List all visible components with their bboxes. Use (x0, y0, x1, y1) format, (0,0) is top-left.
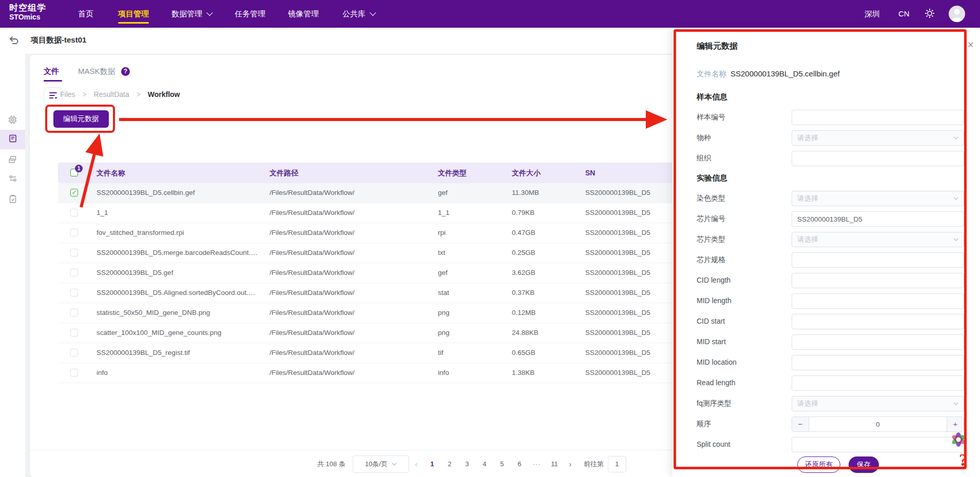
file-size-cell: 0.65GB (512, 343, 568, 363)
next-page-button[interactable]: › (563, 460, 578, 468)
text-input[interactable] (792, 110, 964, 125)
left-sidebar (0, 54, 25, 477)
nav-item-project-management[interactable]: 项目管理 (118, 0, 149, 28)
breadcrumb-separator: > (82, 90, 86, 98)
settings-gear-icon[interactable] (924, 8, 935, 20)
goto-page-input[interactable]: 1 (608, 456, 626, 472)
text-input[interactable]: SS200000139BL_D5 (792, 211, 964, 227)
page-number[interactable]: 5 (495, 456, 509, 472)
file-type-cell: png (438, 303, 489, 323)
select-input[interactable]: 请选择 (792, 396, 964, 411)
language-switcher[interactable]: CN (898, 0, 910, 28)
column-header-file-size: 文件大小 (512, 163, 568, 183)
page-number[interactable]: 4 (478, 456, 491, 472)
sidebar-item-settings-list[interactable] (0, 170, 25, 189)
file-path-cell: /Files/ResultData/Workflow/ (270, 343, 403, 363)
stepper-increase-button[interactable]: + (947, 417, 964, 431)
nav-item-data-management[interactable]: 数据管理 (171, 0, 210, 28)
help-icon[interactable]: ? (121, 67, 130, 76)
file-name-label: 文件名称 (697, 70, 726, 78)
row-checkbox[interactable] (70, 249, 78, 256)
text-input[interactable] (792, 293, 964, 309)
select-input[interactable]: 请选择 (792, 232, 964, 247)
page-number[interactable]: 11 (548, 456, 561, 472)
sidebar-item-analysis[interactable] (0, 111, 25, 130)
tab-files[interactable]: 文件 (44, 67, 59, 76)
select-input[interactable]: 请选择 (792, 191, 964, 206)
tab-mask-data[interactable]: MASK数据 (78, 67, 116, 76)
field-label: 样本编号 (697, 113, 725, 122)
nav-item-image-management[interactable]: 镜像管理 (288, 0, 319, 28)
nav-item-task-management[interactable]: 任务管理 (235, 0, 265, 28)
stomics-logo[interactable]: 时空组学 STOmics (9, 4, 46, 21)
stepper-decrease-button[interactable]: − (792, 417, 809, 431)
breadcrumb-resultdata[interactable]: ResultData (94, 90, 129, 98)
row-checkbox[interactable] (70, 309, 78, 316)
panel-footer: 还原所有 保存 (797, 456, 879, 473)
row-checkbox[interactable] (70, 349, 78, 356)
text-input[interactable] (792, 314, 964, 329)
form-field-row: Split count (697, 437, 980, 452)
column-header-file-type: 文件类型 (438, 163, 489, 183)
file-size-cell: 0.47GB (512, 223, 568, 243)
sidebar-item-datasets[interactable] (0, 151, 25, 170)
row-checkbox[interactable] (70, 269, 78, 276)
page-title: 项目数据-test01 (31, 35, 86, 45)
user-avatar[interactable] (949, 6, 965, 22)
file-name-cell: SS200000139BL_D5.merge.barcodeReadsCount… (97, 243, 266, 263)
text-input[interactable] (792, 437, 964, 452)
reset-all-button[interactable]: 还原所有 (797, 456, 840, 473)
page-number[interactable]: 3 (460, 456, 474, 472)
text-input[interactable] (792, 375, 964, 391)
breadcrumb: Files > ResultData > Workflow (60, 90, 180, 98)
row-checkbox[interactable]: ✓ (70, 189, 78, 196)
row-checkbox[interactable] (70, 329, 78, 336)
text-input[interactable] (792, 252, 964, 268)
region-selector[interactable]: 深圳 (864, 0, 880, 28)
prev-page-button[interactable]: ‹ (409, 460, 424, 468)
sidebar-item-project-data[interactable] (0, 130, 25, 149)
page-number[interactable]: 6 (513, 456, 526, 472)
text-input[interactable] (792, 355, 964, 370)
select-input[interactable]: 请选择 (792, 130, 964, 146)
back-icon[interactable] (8, 35, 21, 47)
file-name-cell: fov_stitched_transformed.rpi (97, 223, 266, 243)
save-button[interactable]: 保存 (849, 456, 879, 473)
nav-item-public-library[interactable]: 公共库 (342, 0, 374, 28)
file-name-cell: 1_1 (97, 203, 266, 223)
row-checkbox[interactable] (70, 209, 78, 216)
page-size-select[interactable]: 10条/页 (353, 455, 409, 473)
field-label: CID start (697, 317, 725, 325)
stepper-value[interactable]: 0 (809, 421, 947, 428)
file-path-cell: /Files/ResultData/Workflow/ (270, 323, 403, 343)
text-input[interactable] (792, 151, 964, 166)
field-label: 芯片编号 (697, 214, 725, 224)
nav-item-home[interactable]: 首页 (78, 0, 93, 28)
breadcrumb-files[interactable]: Files (60, 90, 75, 98)
text-input[interactable] (792, 273, 964, 288)
close-icon[interactable]: ✕ (967, 40, 974, 50)
column-header-file-name: 文件名称 (97, 163, 266, 183)
file-type-cell: rpi (438, 223, 489, 243)
edit-metadata-button[interactable]: 编辑元数据 (53, 110, 109, 128)
page-number[interactable]: 1 (426, 456, 439, 472)
file-name-cell: SS200000139BL_D5.Aligned.sortedByCoord.o… (97, 283, 266, 303)
page-number[interactable]: 2 (443, 456, 456, 472)
text-input[interactable] (792, 334, 964, 350)
file-size-cell: 1.38KB (512, 363, 568, 383)
field-label: 物种 (697, 133, 711, 143)
file-size-cell: 0.25GB (512, 243, 568, 263)
floating-help-icon[interactable]: ? (959, 450, 968, 470)
row-checkbox[interactable] (70, 289, 78, 296)
file-name-cell: info (97, 363, 266, 383)
file-size-cell: 0.79KB (512, 203, 568, 223)
row-checkbox[interactable] (70, 369, 78, 376)
sidebar-item-tasks[interactable] (0, 190, 25, 210)
flower-logo-icon[interactable] (949, 430, 968, 449)
file-name-cell: scatter_100x100_MID_gene_counts.png (97, 323, 266, 343)
layers-icon (8, 155, 17, 167)
file-type-cell: info (438, 363, 489, 383)
row-checkbox[interactable] (70, 229, 78, 236)
page-ellipsis[interactable]: ··· (530, 456, 544, 472)
field-label: CID length (697, 276, 731, 284)
